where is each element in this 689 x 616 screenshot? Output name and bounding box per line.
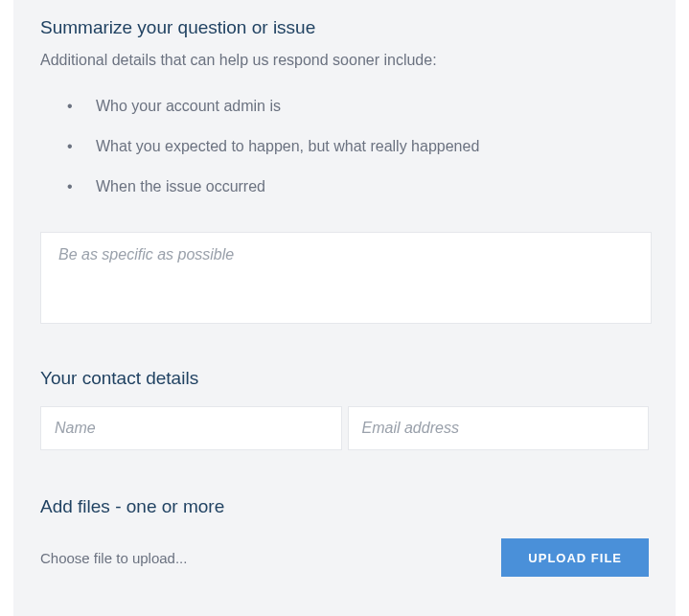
summarize-subtext: Additional details that can help us resp… (40, 52, 649, 69)
contact-row (40, 406, 649, 450)
contact-heading: Your contact details (40, 368, 649, 389)
issue-description-input[interactable] (40, 232, 652, 324)
email-input[interactable] (348, 406, 650, 450)
files-heading: Add files - one or more (40, 496, 649, 517)
support-form-panel: Summarize your question or issue Additio… (13, 0, 676, 616)
upload-file-button[interactable]: UPLOAD FILE (501, 538, 649, 577)
list-item: Who your account admin is (67, 98, 649, 115)
list-item: When the issue occurred (67, 178, 649, 195)
summarize-heading: Summarize your question or issue (40, 17, 649, 38)
details-list: Who your account admin is What you expec… (40, 98, 649, 195)
name-input[interactable] (40, 406, 342, 450)
file-upload-row: Choose file to upload... UPLOAD FILE (40, 538, 649, 577)
list-item: What you expected to happen, but what re… (67, 138, 649, 155)
choose-file-label: Choose file to upload... (40, 550, 187, 566)
